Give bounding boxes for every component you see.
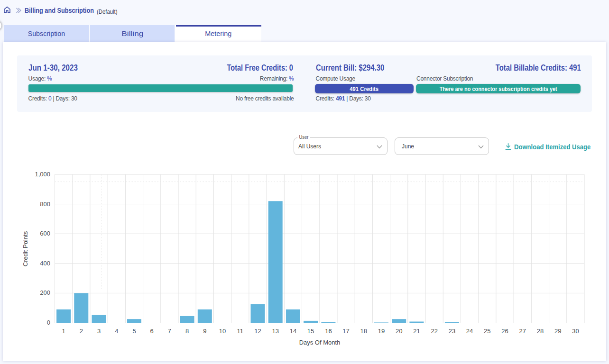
svg-text:3: 3 xyxy=(97,328,101,335)
svg-text:13: 13 xyxy=(272,328,278,335)
svg-text:5: 5 xyxy=(132,328,136,335)
svg-text:30: 30 xyxy=(572,328,579,335)
svg-text:2: 2 xyxy=(80,328,83,335)
svg-text:27: 27 xyxy=(519,328,526,335)
svg-text:25: 25 xyxy=(484,328,490,335)
svg-text:Credit Points: Credit Points xyxy=(22,231,29,266)
svg-text:400: 400 xyxy=(40,260,50,267)
svg-text:Days Of Month: Days Of Month xyxy=(299,339,341,346)
svg-text:19: 19 xyxy=(378,328,385,335)
svg-text:21: 21 xyxy=(413,328,420,335)
svg-text:1: 1 xyxy=(62,328,65,335)
svg-text:29: 29 xyxy=(554,328,561,335)
svg-text:15: 15 xyxy=(307,328,314,335)
svg-text:12: 12 xyxy=(254,328,261,335)
svg-text:8: 8 xyxy=(185,328,189,335)
svg-text:7: 7 xyxy=(168,328,171,335)
svg-text:600: 600 xyxy=(40,230,50,237)
svg-text:26: 26 xyxy=(501,328,508,335)
svg-text:24: 24 xyxy=(466,328,473,335)
svg-text:1,000: 1,000 xyxy=(35,171,50,178)
svg-text:9: 9 xyxy=(203,328,206,335)
svg-text:6: 6 xyxy=(150,328,154,335)
svg-text:16: 16 xyxy=(325,328,332,335)
svg-text:20: 20 xyxy=(396,328,402,335)
svg-text:4: 4 xyxy=(115,328,118,335)
svg-text:800: 800 xyxy=(40,200,50,208)
svg-text:23: 23 xyxy=(449,328,455,335)
svg-text:11: 11 xyxy=(237,328,244,335)
svg-text:22: 22 xyxy=(431,328,437,335)
svg-text:10: 10 xyxy=(219,328,226,335)
svg-text:28: 28 xyxy=(537,328,544,335)
svg-text:200: 200 xyxy=(40,289,50,296)
svg-text:0: 0 xyxy=(47,319,50,326)
svg-text:18: 18 xyxy=(360,328,367,335)
svg-text:17: 17 xyxy=(342,328,349,335)
svg-text:14: 14 xyxy=(290,328,296,335)
